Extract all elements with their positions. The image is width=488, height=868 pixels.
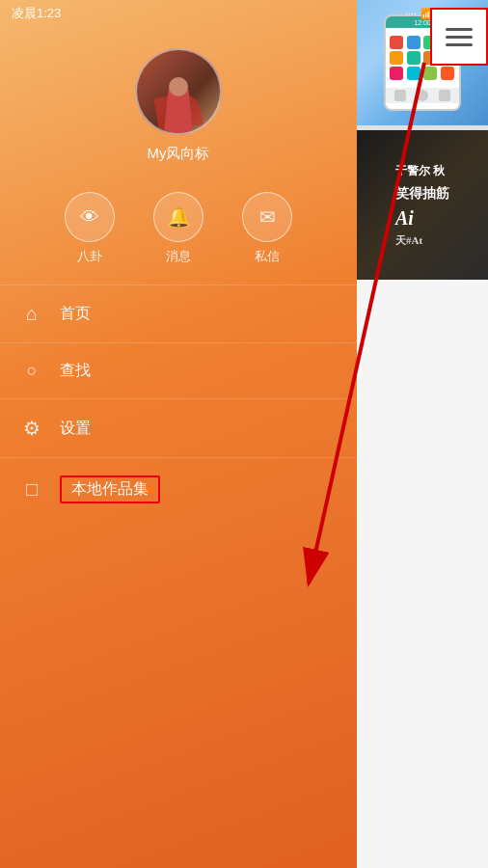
private-icon-circle: ✉ — [242, 192, 292, 242]
right-panel: 12:00 — [357, 0, 488, 868]
gossip-label: 八卦 — [77, 248, 102, 265]
action-private[interactable]: ✉ 私信 — [242, 192, 292, 265]
home-icon: ⌂ — [19, 303, 44, 325]
action-gossip[interactable]: 👁 八卦 — [65, 192, 115, 265]
eye-icon: 👁 — [80, 206, 99, 229]
username: My风向标 — [148, 145, 210, 163]
status-time: 凌晨1:23 — [12, 5, 61, 22]
gossip-icon-circle: 👁 — [65, 192, 115, 242]
right-panel-empty — [357, 280, 488, 868]
right-bottom-text1: 笑得抽筋 — [395, 183, 449, 203]
bell-icon: 🔔 — [167, 205, 191, 229]
search-icon: ○ — [19, 361, 44, 381]
right-bottom-text2: 天#At — [395, 232, 449, 249]
mail-icon: ✉ — [259, 205, 276, 229]
avatar-figure — [154, 66, 203, 133]
right-bottom-chinese: 于警尔 秋 — [395, 162, 449, 179]
status-bar: 凌晨1:23 ···· 📶 🔋 92% — [0, 0, 488, 27]
avatar-head — [169, 77, 188, 96]
folder-icon: □ — [19, 478, 44, 501]
hamburger-bar-1 — [446, 28, 473, 31]
hamburger-button[interactable] — [430, 8, 488, 66]
signal-icon: ···· — [405, 8, 417, 19]
menu-item-local-works[interactable]: □ 本地作品集 — [0, 457, 357, 521]
hamburger-bar-3 — [446, 43, 473, 46]
messages-label: 消息 — [166, 248, 191, 265]
action-messages[interactable]: 🔔 消息 — [153, 192, 203, 265]
profile-section: My风向标 — [0, 0, 357, 182]
menu-item-settings[interactable]: ⚙ 设置 — [0, 398, 357, 457]
sidebar-drawer: My风向标 👁 八卦 🔔 消息 ✉ 私信 ⌂ 首页 ○ — [0, 0, 357, 868]
right-image-bottom: 于警尔 秋 笑得抽筋 Ai 天#At — [357, 130, 488, 280]
hamburger-bar-2 — [446, 36, 473, 39]
menu-item-home[interactable]: ⌂ 首页 — [0, 285, 357, 342]
search-label: 查找 — [60, 361, 91, 381]
local-works-label: 本地作品集 — [71, 480, 149, 497]
local-works-highlight-box: 本地作品集 — [60, 475, 160, 503]
avatar[interactable] — [135, 48, 222, 135]
quick-actions: 👁 八卦 🔔 消息 ✉ 私信 — [0, 182, 357, 285]
settings-label: 设置 — [60, 419, 91, 439]
menu-list: ⌂ 首页 ○ 查找 ⚙ 设置 □ 本地作品集 — [0, 285, 357, 521]
home-label: 首页 — [60, 304, 91, 324]
private-label: 私信 — [255, 248, 280, 265]
menu-item-search[interactable]: ○ 查找 — [0, 342, 357, 398]
right-bottom-subtext: Ai — [395, 203, 449, 232]
messages-icon-circle: 🔔 — [153, 192, 203, 242]
settings-icon: ⚙ — [19, 417, 44, 440]
